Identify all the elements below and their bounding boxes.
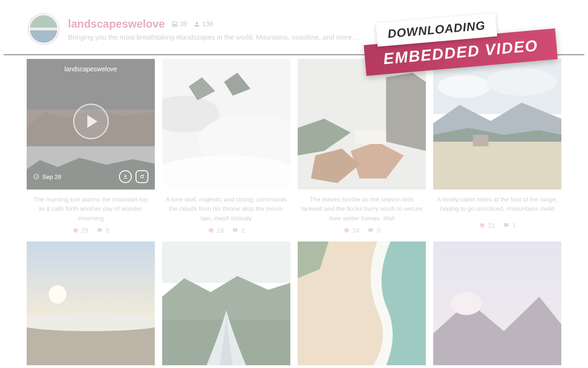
post-grid-wrapper: landscapeswelove Sep 28 [4,54,584,365]
comment-icon [96,227,103,234]
post-grid: landscapeswelove Sep 28 [27,55,561,365]
username[interactable]: landscapeswelove [68,17,165,30]
likes: 18 [208,227,224,234]
avatar-image [29,14,58,44]
post-caption: The leaves tumble as the season bids far… [298,190,426,227]
post-thumbnail[interactable] [162,59,290,190]
svg-point-20 [438,75,491,98]
overlay-username: landscapeswelove [33,65,148,73]
svg-point-12 [162,155,290,190]
post-caption: A lonely cabin hides at the foot of the … [433,190,561,222]
post-thumbnail[interactable] [433,59,561,190]
comments: 2 [232,227,245,234]
comments: 0 [368,227,380,234]
svg-point-6 [143,175,144,176]
heart-icon [343,227,350,234]
post-stats: 18 2 [162,227,290,234]
post-image [298,59,426,190]
comment-icon [368,227,374,234]
svg-marker-14 [386,73,426,151]
post-image [162,59,290,190]
post-card[interactable]: A lonely cabin hides at the foot of the … [433,59,561,234]
heart-icon [72,227,79,234]
comment-icon [503,222,509,229]
post-thumbnail[interactable]: landscapeswelove Sep 28 [27,59,155,190]
post-stats: 29 6 [27,227,155,234]
follower-count: 138 [202,20,213,28]
video-overlay: landscapeswelove Sep 28 [27,59,155,190]
post-image [298,242,426,365]
post-card[interactable] [433,242,561,365]
post-card[interactable]: A lone wolf, majestic and strong, comman… [162,59,290,234]
svg-rect-25 [473,135,489,146]
svg-point-5 [141,175,143,178]
instagram-icon [139,173,145,180]
play-icon [87,115,97,128]
post-thumbnail[interactable] [162,242,290,365]
post-thumbnail[interactable] [433,242,561,365]
post-stats: 21 1 [433,222,561,229]
svg-rect-26 [27,242,155,324]
avatar[interactable] [28,13,60,45]
comments: 1 [503,222,516,229]
post-card[interactable] [27,242,155,365]
comment-icon [232,227,238,234]
post-image [162,242,290,365]
post-card[interactable]: landscapeswelove Sep 28 [27,59,155,234]
post-image [433,59,561,190]
svg-point-29 [27,313,155,331]
download-button[interactable] [119,170,132,183]
photo-count: 39 [180,20,187,28]
clock-icon [33,173,40,180]
follower-count-stat: 138 [193,20,213,28]
photos-icon [171,21,178,28]
post-thumbnail[interactable] [298,59,426,190]
svg-point-27 [49,285,66,304]
post-thumbnail[interactable] [298,242,426,365]
svg-point-37 [451,292,481,315]
post-caption: A lone wolf, majestic and strong, comman… [162,190,290,227]
heart-icon [208,227,214,234]
heart-icon [479,222,485,229]
download-icon [122,173,129,180]
comments: 6 [96,227,109,234]
likes: 21 [479,222,495,229]
post-card[interactable] [162,242,290,365]
post-stats: 14 0 [298,227,426,234]
post-caption: The morning sun warms the mountain top a… [27,190,155,227]
svg-point-21 [486,68,557,96]
svg-rect-30 [162,242,290,283]
instagram-button[interactable] [136,170,148,183]
svg-rect-24 [433,142,561,190]
post-date: Sep 28 [33,173,61,180]
svg-rect-18 [355,130,386,144]
post-image [27,242,155,365]
post-card[interactable] [298,242,426,365]
post-thumbnail[interactable] [27,242,155,365]
likes: 14 [343,227,360,234]
likes: 29 [72,227,89,234]
photo-count-stat: 39 [171,20,187,28]
post-card[interactable]: The leaves tumble as the season bids far… [298,59,426,234]
play-button[interactable] [33,73,148,170]
followers-icon [193,21,200,28]
post-image [433,242,561,365]
